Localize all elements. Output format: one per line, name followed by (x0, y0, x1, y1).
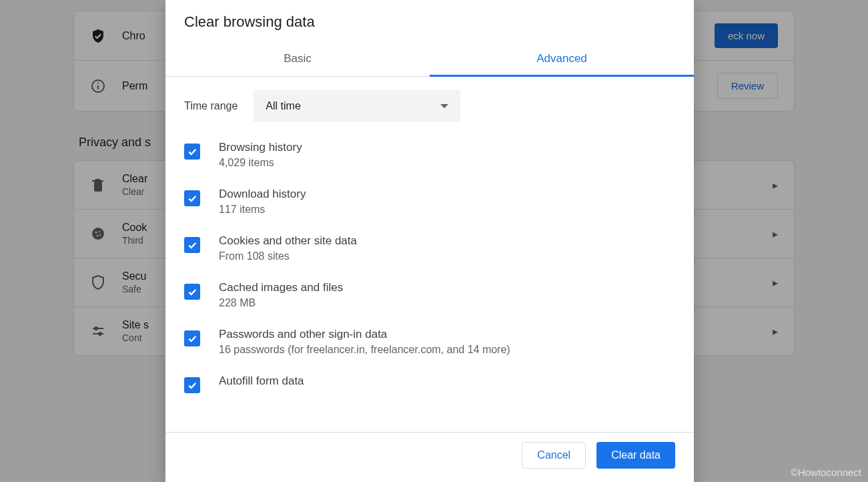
time-range-row: Time range All time (184, 90, 675, 122)
svg-point-6 (97, 235, 98, 236)
cancel-button[interactable]: Cancel (522, 442, 586, 469)
svg-point-11 (99, 332, 101, 335)
check-row-browsing-history: Browsing history 4,029 items (184, 141, 675, 169)
svg-point-5 (99, 231, 100, 232)
time-range-value: All time (266, 100, 300, 112)
item-sub: 16 passwords (for freelancer.in, freelan… (219, 344, 510, 356)
trash-icon (90, 177, 106, 193)
security-icon (90, 274, 106, 290)
item-title: Cookies and other site data (219, 234, 357, 248)
svg-point-2 (97, 82, 99, 83)
item-title: Download history (219, 188, 306, 201)
dialog-tabs: Basic Advanced (165, 43, 694, 77)
svg-point-4 (95, 232, 97, 234)
check-row-autofill: Autofill form data (184, 375, 675, 393)
checkbox-browsing-history[interactable] (184, 144, 200, 160)
check-row-download-history: Download history 117 items (184, 188, 675, 216)
sliders-icon (90, 323, 106, 339)
checkbox-cached[interactable] (184, 284, 200, 300)
dialog-scroll-area[interactable]: Time range All time Browsing history 4,0… (184, 90, 675, 432)
item-title: Passwords and other sign-in data (219, 328, 510, 341)
time-range-label: Time range (184, 100, 238, 112)
tab-basic[interactable]: Basic (165, 43, 430, 76)
dialog-title: Clear browsing data (165, 0, 694, 43)
time-range-select[interactable]: All time (254, 90, 460, 122)
svg-point-7 (99, 234, 101, 236)
checkbox-download-history[interactable] (184, 190, 200, 206)
watermark: ©Howtoconnect (791, 467, 861, 478)
review-button[interactable]: Review (717, 73, 778, 99)
check-row-cached: Cached images and files 228 MB (184, 281, 675, 309)
checkbox-autofill[interactable] (184, 377, 200, 393)
chevron-right-icon: ▸ (773, 325, 778, 338)
dialog-body: Time range All time Browsing history 4,0… (165, 77, 694, 432)
checkbox-passwords[interactable] (184, 330, 200, 346)
item-sub: From 108 sites (219, 250, 357, 262)
svg-point-10 (95, 327, 97, 330)
item-sub: 228 MB (219, 297, 343, 309)
svg-point-3 (92, 228, 104, 240)
check-row-passwords: Passwords and other sign-in data 16 pass… (184, 328, 675, 356)
item-sub: 117 items (219, 204, 306, 216)
chevron-right-icon: ▸ (773, 276, 778, 289)
cookie-icon (90, 226, 106, 242)
caret-down-icon (440, 104, 448, 108)
chevron-right-icon: ▸ (773, 228, 778, 240)
info-icon (90, 78, 106, 94)
tab-advanced[interactable]: Advanced (430, 43, 694, 76)
item-sub: 4,029 items (219, 157, 302, 169)
chevron-right-icon: ▸ (773, 179, 778, 192)
check-row-cookies: Cookies and other site data From 108 sit… (184, 234, 675, 262)
checkbox-cookies[interactable] (184, 237, 200, 253)
shield-icon (90, 28, 106, 44)
clear-browsing-data-dialog: Clear browsing data Basic Advanced Time … (165, 0, 694, 482)
clear-data-button[interactable]: Clear data (596, 442, 675, 469)
item-title: Browsing history (219, 141, 302, 154)
dialog-footer: Cancel Clear data (165, 432, 694, 482)
check-now-button[interactable]: eck now (715, 23, 778, 48)
item-title: Autofill form data (219, 375, 304, 388)
item-title: Cached images and files (219, 281, 343, 294)
